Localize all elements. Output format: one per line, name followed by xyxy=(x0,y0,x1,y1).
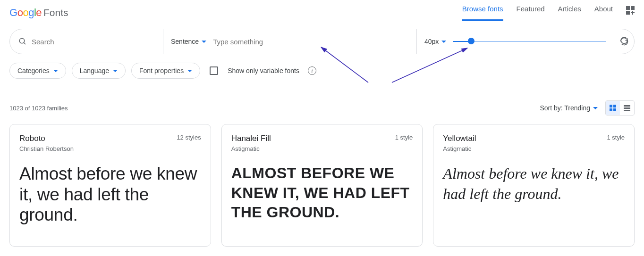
logo-google: Google xyxy=(9,7,42,19)
filter-categories-label: Categories xyxy=(17,67,50,74)
filter-properties-label: Font properties xyxy=(139,67,184,74)
size-dropdown[interactable]: 40px xyxy=(424,38,446,45)
logo-fonts-text: Fonts xyxy=(43,7,68,18)
variable-fonts-checkbox[interactable] xyxy=(210,66,218,75)
svg-line-1 xyxy=(24,42,25,44)
view-list-button[interactable] xyxy=(620,101,634,115)
top-nav: Browse fonts Featured Articles About xyxy=(462,5,635,21)
chevron-down-icon xyxy=(441,41,446,43)
preview-mode-label: Sentence xyxy=(171,38,199,45)
preview-mode-dropdown[interactable]: Sentence xyxy=(171,38,206,45)
font-cards: Roboto Christian Robertson 12 styles Alm… xyxy=(0,120,644,256)
filters-row: Categories Language Font properties Show… xyxy=(0,54,644,79)
chevron-down-icon xyxy=(53,70,58,72)
logo[interactable]: Google Fonts xyxy=(9,7,68,19)
font-card-roboto[interactable]: Roboto Christian Robertson 12 styles Alm… xyxy=(9,124,211,247)
filter-language[interactable]: Language xyxy=(72,63,126,79)
font-name: Roboto xyxy=(19,134,74,143)
reset-icon xyxy=(619,37,629,46)
svg-point-0 xyxy=(19,38,25,43)
font-sample: Almost before we knew it, we had left th… xyxy=(443,164,625,204)
results-bar: 1023 of 1023 families Sort by: Trending xyxy=(0,79,644,120)
font-name: Hanalei Fill xyxy=(231,134,271,143)
reset-button[interactable] xyxy=(614,29,634,54)
filter-categories[interactable]: Categories xyxy=(9,63,66,79)
nav-articles[interactable]: Articles xyxy=(558,5,581,21)
font-styles-count: 1 style xyxy=(395,134,413,141)
size-slider[interactable] xyxy=(453,41,606,42)
font-card-yellowtail[interactable]: Yellowtail Astigmatic 1 style Almost bef… xyxy=(433,124,635,247)
font-author: Astigmatic xyxy=(231,145,271,152)
font-sample: Almost before we knew it, we had left th… xyxy=(19,164,201,225)
font-styles-count: 1 style xyxy=(607,134,625,141)
info-icon[interactable]: i xyxy=(308,66,316,75)
sort-and-view: Sort by: Trending xyxy=(540,100,635,116)
preview-text-input[interactable] xyxy=(213,38,409,46)
sort-label-text: Sort by: Trending xyxy=(540,104,590,112)
chevron-down-icon xyxy=(113,70,118,72)
header-bar: Google Fonts Browse fonts Featured Artic… xyxy=(0,0,644,21)
sort-dropdown[interactable]: Sort by: Trending xyxy=(540,104,598,112)
variable-fonts-label: Show only variable fonts xyxy=(228,67,299,74)
size-cell: 40px xyxy=(417,29,614,54)
search-input[interactable] xyxy=(32,38,154,46)
search-icon xyxy=(18,37,27,46)
chevron-down-icon xyxy=(187,70,192,72)
filter-language-label: Language xyxy=(80,67,109,74)
view-grid-button[interactable] xyxy=(606,101,620,115)
list-view-icon xyxy=(624,105,630,111)
chevron-down-icon xyxy=(202,41,206,43)
controls-row: Sentence 40px xyxy=(9,29,635,54)
slider-thumb[interactable] xyxy=(468,38,475,44)
selection-drawer-icon[interactable] xyxy=(626,6,635,15)
nav-browse-fonts[interactable]: Browse fonts xyxy=(462,5,503,21)
results-count: 1023 of 1023 families xyxy=(9,105,68,112)
font-author: Christian Robertson xyxy=(19,145,74,152)
view-toggle xyxy=(605,100,635,116)
chevron-down-icon xyxy=(593,107,598,109)
font-name: Yellowtail xyxy=(443,134,476,143)
grid-view-icon xyxy=(610,105,616,111)
size-label: 40px xyxy=(424,38,439,45)
font-author: Astigmatic xyxy=(443,145,476,152)
nav-featured[interactable]: Featured xyxy=(517,5,545,21)
filter-font-properties[interactable]: Font properties xyxy=(131,63,200,79)
font-styles-count: 12 styles xyxy=(177,134,201,141)
nav-about[interactable]: About xyxy=(594,5,613,21)
preview-cell: Sentence xyxy=(163,29,417,54)
font-sample: Almost before we knew it, we had left th… xyxy=(231,164,413,223)
slider-track xyxy=(453,41,606,42)
font-card-hanalei-fill[interactable]: Hanalei Fill Astigmatic 1 style Almost b… xyxy=(221,124,423,247)
search-cell xyxy=(10,29,163,54)
